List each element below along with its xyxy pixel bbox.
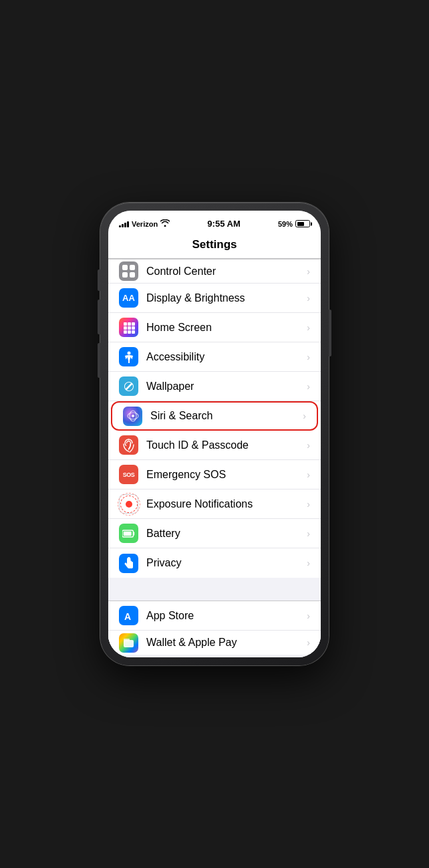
exposure-notifications-label: Exposure Notifications xyxy=(146,498,304,510)
chevron-right-icon: › xyxy=(303,411,306,421)
control-center-label: Control Center xyxy=(146,265,304,278)
app-store-label: App Store xyxy=(146,610,304,622)
list-item[interactable]: Wallet & Apple Pay › xyxy=(108,631,321,655)
volume-up-button[interactable] xyxy=(98,300,100,334)
status-bar: Verizon 9:55 AM 59% xyxy=(108,211,321,233)
svg-rect-8 xyxy=(132,330,135,334)
privacy-label: Privacy xyxy=(146,557,304,569)
siri-search-item[interactable]: Siri & Search › xyxy=(111,401,318,431)
chevron-right-icon: › xyxy=(307,352,310,362)
home-screen-icon xyxy=(119,318,138,337)
list-item[interactable]: Privacy › xyxy=(108,548,321,578)
wifi-icon xyxy=(160,219,170,229)
exposure-notifications-icon xyxy=(119,494,138,514)
fingerprint-symbol xyxy=(122,438,135,453)
svg-rect-14 xyxy=(123,531,131,535)
chevron-right-icon: › xyxy=(307,469,310,480)
settings-group-separator xyxy=(108,578,321,601)
touch-id-label: Touch ID & Passcode xyxy=(146,439,304,451)
display-brightness-icon: AA xyxy=(119,288,138,308)
list-item[interactable]: Exposure Notifications › xyxy=(108,490,321,519)
svg-rect-3 xyxy=(124,326,127,330)
list-item[interactable]: Touch ID & Passcode › xyxy=(108,431,321,460)
chevron-right-icon: › xyxy=(307,381,310,392)
siri-symbol xyxy=(127,410,139,422)
svg-point-9 xyxy=(127,351,130,354)
list-item[interactable]: Accessibility › xyxy=(108,342,321,372)
power-button[interactable] xyxy=(329,310,331,356)
chevron-right-icon: › xyxy=(307,266,310,277)
app-store-symbol: A xyxy=(123,610,135,622)
battery-symbol xyxy=(122,530,136,538)
svg-rect-5 xyxy=(132,326,135,330)
svg-rect-4 xyxy=(128,326,131,330)
status-left: Verizon xyxy=(119,219,170,229)
list-item[interactable]: Wallpaper › xyxy=(108,372,321,401)
cc-dots-icon xyxy=(119,261,138,281)
chevron-right-icon: › xyxy=(307,293,310,304)
siri-icon xyxy=(123,407,142,426)
accessibility-symbol xyxy=(122,350,136,364)
phone-screen: Verizon 9:55 AM 59% xyxy=(108,211,321,657)
settings-group-1: Control Center › AA Display & Brightness… xyxy=(108,259,321,578)
svg-rect-0 xyxy=(124,322,127,326)
emergency-sos-label: Emergency SOS xyxy=(146,469,304,481)
settings-group-2: A App Store › Wallet & Apple Pay xyxy=(108,601,321,655)
svg-rect-2 xyxy=(132,322,135,326)
battery-label: Battery xyxy=(146,528,304,540)
list-item[interactable]: AA Display & Brightness › xyxy=(108,284,321,313)
chevron-right-icon: › xyxy=(307,611,310,621)
chevron-right-icon: › xyxy=(307,440,310,451)
navigation-bar: Settings xyxy=(108,233,321,259)
svg-text:A: A xyxy=(124,611,131,622)
signal-strength-icon xyxy=(119,220,129,227)
wallet-label: Wallet & Apple Pay xyxy=(146,637,304,649)
display-brightness-label: Display & Brightness xyxy=(146,292,304,304)
list-item[interactable]: Home Screen › xyxy=(108,313,321,342)
chevron-right-icon: › xyxy=(307,558,310,568)
accessibility-label: Accessibility xyxy=(146,351,304,363)
status-time: 9:55 AM xyxy=(207,219,240,229)
battery-icon xyxy=(119,524,138,543)
hand-symbol xyxy=(123,556,135,570)
grid-icon xyxy=(123,322,135,334)
wallet-symbol xyxy=(123,638,134,648)
wallpaper-icon xyxy=(119,376,138,396)
chevron-right-icon: › xyxy=(307,528,310,539)
svg-rect-1 xyxy=(128,322,131,326)
list-item[interactable]: Control Center › xyxy=(108,259,321,284)
list-item[interactable]: A App Store › xyxy=(108,601,321,631)
accessibility-icon xyxy=(119,347,138,366)
privacy-icon xyxy=(119,554,138,573)
control-center-icon xyxy=(119,261,138,281)
list-item[interactable]: SOS Emergency SOS › xyxy=(108,460,321,490)
wallpaper-label: Wallpaper xyxy=(146,381,304,393)
chevron-right-icon: › xyxy=(307,499,310,510)
status-right: 59% xyxy=(278,220,310,228)
phone-device: Verizon 9:55 AM 59% xyxy=(100,203,329,665)
svg-rect-17 xyxy=(124,639,130,641)
wallet-icon xyxy=(119,633,138,653)
carrier-label: Verizon xyxy=(132,220,158,228)
chevron-right-icon: › xyxy=(307,637,310,648)
home-screen-label: Home Screen xyxy=(146,322,304,334)
settings-scroll-content[interactable]: Control Center › AA Display & Brightness… xyxy=(108,259,321,657)
list-item[interactable]: Battery › xyxy=(108,519,321,548)
page-title: Settings xyxy=(192,238,237,251)
siri-search-label: Siri & Search xyxy=(150,410,300,422)
svg-point-12 xyxy=(132,415,134,417)
svg-rect-6 xyxy=(124,330,127,334)
chevron-right-icon: › xyxy=(307,322,310,333)
volume-down-button[interactable] xyxy=(98,343,100,378)
svg-rect-7 xyxy=(128,330,131,334)
wallpaper-symbol xyxy=(123,381,135,393)
app-store-icon: A xyxy=(119,606,138,625)
battery-percent-label: 59% xyxy=(278,220,293,228)
emergency-sos-icon: SOS xyxy=(119,465,138,484)
touch-id-icon xyxy=(119,435,138,455)
exposure-symbol xyxy=(122,498,136,511)
battery-status-icon xyxy=(295,220,310,227)
